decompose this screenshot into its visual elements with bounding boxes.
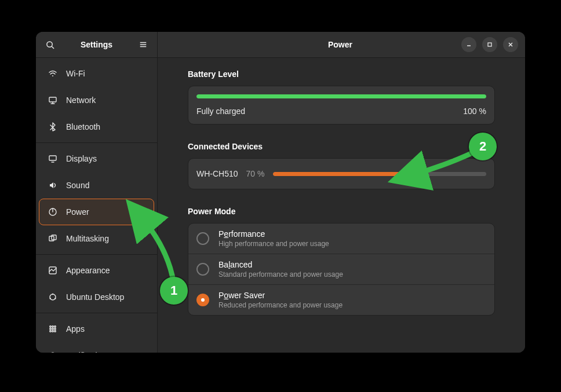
power-mode-desc: Reduced performance and power usage [218,301,343,309]
svg-point-24 [54,326,56,328]
svg-point-28 [50,331,52,332]
svg-point-29 [52,331,54,332]
radio-button[interactable] [196,232,209,245]
svg-line-1 [52,46,54,49]
maximize-button[interactable] [482,37,497,52]
sidebar-item-label: Appearance [66,266,110,275]
power-mode-option[interactable]: BalancedStandard performance and power u… [188,254,494,285]
settings-window: Settings Wi-FiNetworkBluetoothDisplaysSo… [36,32,525,353]
power-mode-list: PerformanceHigh performance and power us… [188,223,495,316]
notifications-icon [48,350,58,353]
battery-bar [196,94,486,98]
sidebar-item-apps[interactable]: Apps [39,316,154,342]
sidebar-item-sound[interactable]: Sound [39,172,154,199]
svg-point-26 [52,328,54,330]
battery-status: Fully charged [196,107,245,116]
device-card: WH-CH510 70 % [188,158,495,189]
sidebar-item-multitasking[interactable]: Multitasking [39,225,154,252]
sidebar-item-label: Power [66,207,89,217]
section-title-power-mode: Power Mode [188,207,495,216]
svg-point-30 [54,331,56,332]
sidebar-item-power[interactable]: Power [39,199,154,225]
sidebar-item-displays[interactable]: Displays [39,145,154,172]
device-name: WH-CH510 [196,169,238,178]
sidebar-item-network[interactable]: Network [39,87,154,113]
svg-point-22 [50,326,52,328]
sidebar-item-label: Apps [66,324,85,334]
svg-point-23 [52,326,54,328]
power-icon [48,207,58,217]
content: Battery Level Fully charged 100 % Connec… [158,58,525,327]
power-mode-title: Performance [218,229,329,239]
page-title: Power [219,40,461,49]
main-panel: Power Battery Level [158,32,525,353]
sidebar-item-label: Network [66,96,96,105]
device-percent: 70 % [246,169,265,178]
sidebar-item-label: Ubuntu Desktop [66,292,124,302]
sidebar-item-wi-fi[interactable]: Wi-Fi [39,60,154,87]
sidebar-item-bluetooth[interactable]: Bluetooth [39,113,154,140]
device-fill [273,172,422,176]
sidebar-item-notifications[interactable]: Notifications [39,342,154,353]
battery-card: Fully charged 100 % [188,86,495,124]
sidebar-item-label: Sound [66,181,89,190]
apps-icon [48,324,58,334]
svg-rect-6 [49,97,56,102]
battery-percent: 100 % [463,107,486,116]
section-title-devices: Connected Devices [188,142,495,151]
sidebar-item-label: Displays [66,154,97,163]
svg-point-19 [52,294,53,295]
svg-point-21 [50,298,51,299]
radio-button[interactable] [196,294,209,306]
battery-fill [196,94,486,98]
appearance-icon [48,265,58,276]
search-icon[interactable] [43,38,57,52]
svg-point-27 [54,328,56,330]
power-mode-title: Balanced [218,260,343,269]
sidebar-title: Settings [57,40,136,49]
radio-button[interactable] [196,263,209,276]
sidebar-header: Settings [36,32,157,58]
power-mode-title: Power Saver [218,291,343,300]
wifi-icon [48,68,58,79]
sidebar: Settings Wi-FiNetworkBluetoothDisplaysSo… [36,32,158,353]
device-bar [273,172,487,176]
svg-rect-33 [488,43,491,46]
close-button[interactable] [503,37,518,52]
minimize-button[interactable] [461,37,476,52]
sidebar-item-label: Notifications [66,351,110,353]
window-controls [461,37,520,52]
svg-point-20 [54,298,56,299]
power-mode-option[interactable]: PerformanceHigh performance and power us… [188,224,494,254]
displays-icon [48,153,58,164]
sidebar-item-label: Wi-Fi [66,69,85,78]
svg-point-5 [52,75,53,76]
main-header: Power [158,32,525,58]
sidebar-item-label: Bluetooth [66,122,100,131]
network-icon [48,95,58,105]
svg-point-0 [46,41,52,46]
sidebar-item-label: Multitasking [66,234,109,243]
hamburger-icon[interactable] [136,38,150,52]
sidebar-item-appearance[interactable]: Appearance [39,257,154,284]
svg-rect-11 [49,156,56,160]
svg-point-25 [50,328,52,330]
sidebar-item-ubuntu-desktop[interactable]: Ubuntu Desktop [39,284,154,310]
ubuntu-icon [48,292,58,302]
multitask-icon [48,233,58,244]
sidebar-list: Wi-FiNetworkBluetoothDisplaysSoundPowerM… [36,58,157,353]
power-mode-desc: Standard performance and power usage [218,270,343,279]
svg-point-18 [50,294,56,300]
section-title-battery: Battery Level [188,69,495,79]
sound-icon [48,180,58,190]
bluetooth-icon [48,122,58,132]
power-mode-option[interactable]: Power SaverReduced performance and power… [188,285,494,315]
power-mode-desc: High performance and power usage [218,240,329,248]
